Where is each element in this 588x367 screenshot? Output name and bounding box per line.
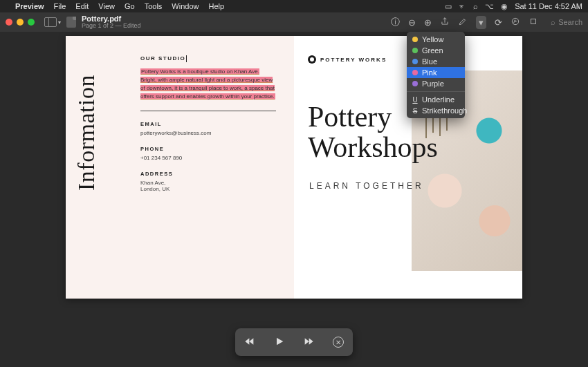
email-value[interactable]: potteryworks@business.com [140,130,276,136]
color-swatch-purple [412,81,418,86]
document-icon [66,17,76,28]
text-cursor [186,55,187,62]
strikethrough-icon: S [412,107,418,115]
highlight-option-green[interactable]: Green [407,45,465,56]
email-heading: EMAIL [140,121,276,127]
highlight-option-purple[interactable]: Purple [407,78,465,89]
siri-icon[interactable]: ◉ [501,2,508,11]
minimize-window-button[interactable] [17,19,24,26]
address-line-2: London, UK [140,186,276,192]
brand-logo-icon [308,55,316,64]
close-window-button[interactable] [6,19,12,26]
menu-file[interactable]: File [54,2,66,10]
highlight-option-strikethrough[interactable]: S Strikethrough [407,105,465,116]
zoom-window-button[interactable] [28,19,35,26]
search-icon[interactable]: ⌕ [473,2,478,10]
window-toolbar: ▾ Pottery.pdf Page 1 of 2 — Edited ⓘ ⊖ ⊕… [0,12,588,32]
battery-icon: ▭ [445,2,452,11]
wifi-icon: ᯤ [459,2,466,10]
window-controls [6,19,35,26]
window-subtitle: Page 1 of 2 — Edited [82,23,141,30]
address-heading: ADDRESS [140,171,276,177]
brand-lockup: POTTERY WORKS [308,55,387,64]
control-center-icon[interactable]: ⌥ [485,2,494,11]
highlight-color-menu: Yellow Green Blue Pink Purple U Underlin… [407,32,465,118]
menu-edit[interactable]: Edit [75,2,89,10]
menu-view[interactable]: View [98,2,115,10]
section-divider [140,111,276,111]
info-button[interactable]: ⓘ [391,16,400,28]
phone-value[interactable]: +01 234 567 890 [140,155,276,161]
magnifier-icon: ⌕ [551,18,555,26]
page-left-panel: Information OUR STUDIO Pottery Works is … [66,36,294,299]
highlight-option-yellow[interactable]: Yellow [407,34,465,45]
sidebar-toggle-button[interactable] [44,17,57,27]
playback-bar: ✕ [235,328,353,356]
play-button[interactable] [274,336,285,349]
title-block: Pottery.pdf Page 1 of 2 — Edited [82,15,141,30]
menu-help[interactable]: Help [208,2,224,10]
menu-separator [407,91,465,92]
svg-rect-1 [531,19,536,23]
rewind-button[interactable] [244,336,255,349]
menubar: Preview File Edit View Go Tools Window H… [0,0,588,12]
studio-paragraph[interactable]: Pottery Works is a boutique studio on Kh… [140,68,276,101]
highlight-dropdown-button[interactable]: ▾ [476,16,486,29]
clock: Sat 11 Dec 4:52 AM [515,2,582,10]
info-heading: Information [73,75,100,191]
rotate-button[interactable]: ⟳ [495,17,502,28]
close-playback-button[interactable]: ✕ [333,337,344,348]
close-icon: ✕ [333,337,344,348]
document-viewport[interactable]: Information OUR STUDIO Pottery Works is … [0,32,588,367]
highlight-option-underline[interactable]: U Underline [407,94,465,105]
zoom-in-button[interactable]: ⊕ [424,17,432,28]
underline-icon: U [412,96,418,104]
our-studio-heading[interactable]: OUR STUDIO [140,55,276,62]
menubar-status: ▭ ᯤ ⌕ ⌥ ◉ Sat 11 Dec 4:52 AM [445,2,582,11]
menu-go[interactable]: Go [125,2,135,10]
subheadline: LEARN TOGETHER [309,181,424,191]
color-swatch-blue [412,59,418,64]
crop-button[interactable] [529,17,538,28]
chevron-down-icon[interactable]: ▾ [58,19,61,26]
fast-forward-button[interactable] [303,336,314,349]
menu-window[interactable]: Window [172,2,199,10]
search-field[interactable]: ⌕ Search [551,18,582,26]
highlight-option-pink[interactable]: Pink [407,67,465,78]
color-swatch-pink [412,70,418,75]
highlight-button[interactable] [458,17,468,28]
brand-name: POTTERY WORKS [320,57,387,63]
app-name[interactable]: Preview [15,2,44,10]
address-line-1: Khan Ave, [140,180,276,186]
markup-button[interactable] [511,17,520,28]
search-placeholder: Search [558,18,582,26]
color-swatch-green [412,48,418,53]
color-swatch-yellow [412,37,418,42]
share-button[interactable] [440,17,450,28]
highlight-option-blue[interactable]: Blue [407,56,465,67]
zoom-out-button[interactable]: ⊖ [408,17,416,28]
phone-heading: PHONE [140,146,276,152]
menu-tools[interactable]: Tools [145,2,163,10]
